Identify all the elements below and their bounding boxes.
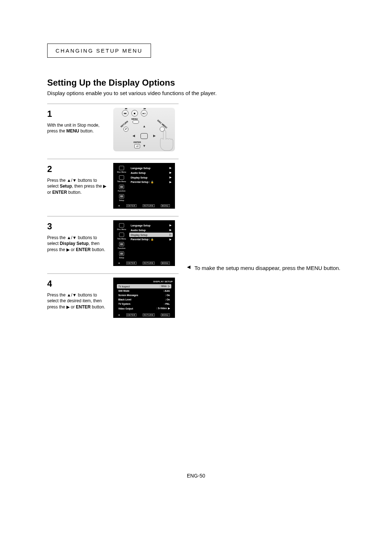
step-4: 4 Press the ▲/▼ buttons to select the de… bbox=[47, 273, 179, 328]
play-pause-button-icon: ▸ıı bbox=[141, 110, 147, 116]
setup-icon bbox=[119, 251, 124, 256]
ffw-label: ▸▸ bbox=[144, 107, 146, 110]
function-icon bbox=[119, 185, 124, 189]
page-subtitle: Display options enable you to set variou… bbox=[47, 90, 345, 96]
hand-icon bbox=[153, 128, 179, 153]
title-menu-icon bbox=[119, 175, 124, 180]
step-text: With the unit in Stop mode, press the ME… bbox=[47, 122, 109, 135]
step-2: 2 Press the ▲/▼ buttons to select Setup,… bbox=[47, 159, 179, 216]
nav-icon: ✥ bbox=[118, 314, 120, 316]
title-menu-icon bbox=[119, 233, 124, 237]
step-1: 1 With the unit in Stop mode, press the … bbox=[47, 103, 179, 159]
section-header: CHANGING SETUP MENU bbox=[47, 44, 151, 58]
highlighted-row: Display Setup▷ bbox=[129, 233, 173, 237]
rew-label: ◂◂ bbox=[125, 107, 127, 110]
disc-menu-icon bbox=[119, 223, 124, 228]
menu-title: DISPLAY SETUP bbox=[115, 280, 173, 283]
step-text: Press the ▲/▼ buttons to select Setup, t… bbox=[47, 177, 109, 196]
page-number: ENG-50 bbox=[47, 473, 345, 479]
remote-illustration: ⏮ ■ ▸ıı ◂◂ ▸▸ MENU RETURN ↶ DISC MENU ▲ bbox=[113, 108, 175, 151]
disc-menu-icon bbox=[119, 166, 124, 170]
note-text: To make the setup menu disappear, press … bbox=[195, 265, 340, 272]
prev-button-icon: ⏮ bbox=[122, 110, 128, 116]
page-title: Setting Up the Display Options bbox=[47, 78, 345, 88]
step-3: 3 Press the ▲/▼ buttons to select Displa… bbox=[47, 216, 179, 273]
onscreen-menu: Disc Menu Title Menu Function Setup Lang… bbox=[113, 220, 175, 266]
onscreen-menu: Disc Menu Title Menu Function Setup Lang… bbox=[113, 163, 175, 209]
enter-button-icon: ⏎ bbox=[134, 144, 140, 148]
note-arrow-icon: ◄ bbox=[186, 264, 192, 270]
note: ◄ To make the setup menu disappear, pres… bbox=[186, 265, 340, 272]
onscreen-display-setup: DISPLAY SETUP TV Aspect: Wide ▷ Still Mo… bbox=[113, 278, 175, 318]
setup-icon bbox=[119, 194, 124, 198]
menu-button-icon bbox=[132, 120, 139, 124]
step-number: 4 bbox=[47, 278, 109, 290]
lock-icon: 🔒 bbox=[151, 181, 154, 183]
step-text: Press the ▲/▼ buttons to select Display … bbox=[47, 235, 109, 253]
step-number: 1 bbox=[47, 108, 109, 120]
step-number: 3 bbox=[47, 220, 109, 233]
step-text: Press the ▲/▼ buttons to select the desi… bbox=[47, 292, 109, 310]
nav-icon: ✥ bbox=[118, 262, 120, 264]
highlighted-row: TV Aspect: Wide ▷ bbox=[117, 284, 171, 288]
enter-label: ENTER bbox=[134, 141, 141, 143]
function-icon bbox=[119, 242, 124, 246]
lock-icon: 🔒 bbox=[151, 238, 154, 241]
dpad-icon: ▲ ▼ ◀ ▶ bbox=[133, 125, 155, 147]
stop-button-icon: ■ bbox=[131, 110, 138, 116]
return-button-icon: ↶ bbox=[123, 127, 128, 132]
nav-icon: ✥ bbox=[118, 205, 120, 207]
step-number: 2 bbox=[47, 163, 109, 175]
